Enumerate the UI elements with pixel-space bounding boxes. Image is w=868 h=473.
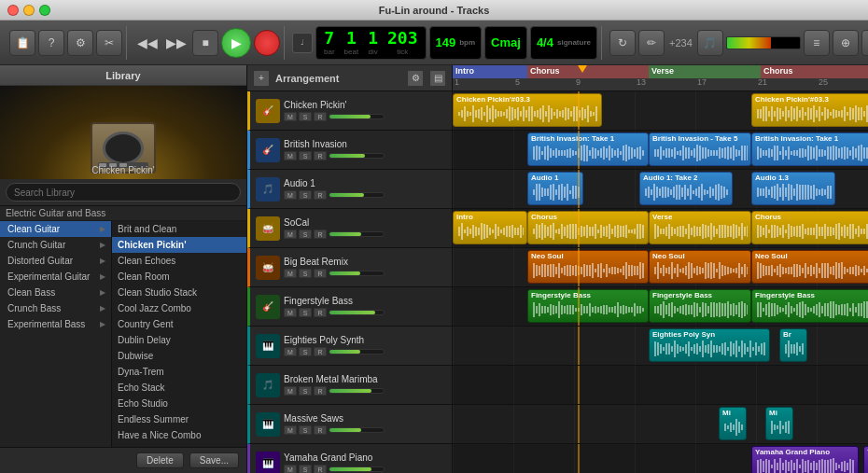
clip[interactable]: Chicken Pickin'#03.3 <box>453 93 602 127</box>
track-lane-track-7[interactable]: Eighties Poly SynBr <box>453 327 868 366</box>
category-item-experimental-bass[interactable]: Experimental Bass▶ <box>0 316 111 332</box>
view-button[interactable]: ≡ <box>804 30 830 56</box>
subcategory-item-dyna-trem[interactable]: Dyna-Trem <box>112 364 246 380</box>
subcategory-item-echo-studio[interactable]: Echo Studio <box>112 396 246 411</box>
track-row-track-1[interactable]: 🎸 Chicken Pickin' M S R <box>247 91 452 131</box>
subcategory-item-clean-room[interactable]: Clean Room <box>112 269 246 285</box>
subcategory-item-brit-and-clean[interactable]: Brit and Clean <box>112 221 246 237</box>
record-arm-button[interactable]: R <box>314 347 327 356</box>
minimize-button[interactable] <box>23 5 35 16</box>
track-fader[interactable] <box>329 310 385 315</box>
solo-button[interactable]: S <box>299 230 312 239</box>
track-row-track-8[interactable]: 🎵 Broken Metal Marimba M S R <box>247 366 452 405</box>
mute-button[interactable]: M <box>284 230 297 239</box>
new-project-button[interactable]: 📋 <box>9 30 35 56</box>
solo-button[interactable]: S <box>299 425 312 435</box>
clip[interactable]: Chorus <box>527 211 649 244</box>
solo-button[interactable]: S <box>299 151 312 160</box>
settings-button[interactable]: ⚙ <box>67 30 93 56</box>
arrangement-view-button[interactable]: ▤ <box>429 70 446 87</box>
track-fader[interactable] <box>329 427 385 433</box>
scissors-button[interactable]: ✂ <box>96 30 122 56</box>
rewind-button[interactable]: ◀◀ <box>134 35 161 50</box>
clip[interactable]: Audio 1 <box>527 172 583 205</box>
stop-button[interactable]: ■ <box>192 30 218 56</box>
clip[interactable]: Fingerstyle Bass <box>649 289 751 323</box>
delete-button[interactable]: Delete <box>136 452 184 468</box>
track-lane-track-4[interactable]: IntroChorusVerseChorusChorus <box>453 209 868 248</box>
tuner-button[interactable]: 🎵 <box>697 30 723 56</box>
clip[interactable]: Neo Soul <box>649 250 751 284</box>
maximize-button[interactable] <box>39 5 50 16</box>
play-button[interactable]: ▶ <box>221 28 251 58</box>
mute-button[interactable]: M <box>284 465 297 473</box>
track-fader[interactable] <box>329 153 385 159</box>
clip[interactable]: British Invasion: Take 1 <box>751 132 868 166</box>
category-item-clean-bass[interactable]: Clean Bass▶ <box>0 285 111 300</box>
save-button[interactable]: Save... <box>189 452 239 468</box>
track-lane-track-8[interactable] <box>453 366 868 405</box>
record-arm-button[interactable]: R <box>314 425 327 435</box>
add-track-button[interactable]: + <box>253 70 270 87</box>
record-button[interactable] <box>254 30 280 56</box>
clip[interactable]: Audio 1.3 <box>751 172 835 205</box>
track-lane-track-10[interactable]: Yamaha Grand PianoYama <box>453 444 868 473</box>
clip[interactable]: Mi <box>719 407 747 440</box>
record-arm-button[interactable]: R <box>314 308 327 317</box>
mute-button[interactable]: M <box>284 151 297 160</box>
subcategory-item-chicken-pickin[interactable]: Chicken Pickin' <box>112 237 246 253</box>
track-fader[interactable] <box>329 192 385 198</box>
clip[interactable]: Chorus <box>751 211 868 244</box>
track-lane-track-5[interactable]: Neo SoulNeo SoulNeo Soul <box>453 248 868 287</box>
window-controls[interactable] <box>7 5 50 16</box>
clip[interactable]: Neo Soul <box>751 250 868 284</box>
track-lane-track-6[interactable]: Fingerstyle BassFingerstyle BassFingerst… <box>453 287 868 327</box>
mute-button[interactable]: M <box>284 347 297 356</box>
mute-button[interactable]: M <box>284 386 297 396</box>
clip[interactable]: Intro <box>453 211 527 244</box>
category-item-distorted-guitar[interactable]: Distorted Guitar▶ <box>0 253 111 269</box>
more-button[interactable]: ⚙ <box>861 30 868 56</box>
zoom-button[interactable]: ⊕ <box>833 30 859 56</box>
category-item-crunch-bass[interactable]: Crunch Bass▶ <box>0 300 111 316</box>
record-arm-button[interactable]: R <box>314 190 327 200</box>
subcategory-item-country-gent[interactable]: Country Gent <box>112 316 246 332</box>
clip[interactable]: Chicken Pickin'#03.3 <box>751 93 868 127</box>
clip[interactable]: Fingerstyle Bass <box>751 289 868 323</box>
record-arm-button[interactable]: R <box>314 230 327 239</box>
mute-button[interactable]: M <box>284 269 297 278</box>
clip[interactable]: Br <box>779 328 807 362</box>
clip[interactable]: Mi <box>765 407 793 440</box>
category-item-crunch-guitar[interactable]: Crunch Guitar▶ <box>0 237 111 253</box>
solo-button[interactable]: S <box>299 465 312 473</box>
key-display[interactable]: Cmaj <box>484 26 527 60</box>
mute-button[interactable]: M <box>284 425 297 435</box>
track-fader[interactable] <box>329 388 385 394</box>
clip[interactable]: Yamaha Grand Piano <box>751 446 859 473</box>
track-fader[interactable] <box>329 114 385 119</box>
bpm-display[interactable]: 149 bpm <box>429 26 483 60</box>
subcategory-item-cool-jazz-combo[interactable]: Cool Jazz Combo <box>112 300 246 316</box>
sync-button[interactable]: ↻ <box>609 30 636 56</box>
solo-button[interactable]: S <box>299 269 312 278</box>
subcategory-item-dubwise[interactable]: Dubwise <box>112 348 246 364</box>
category-item-clean-guitar[interactable]: Clean Guitar▶ <box>0 221 111 237</box>
track-fader[interactable] <box>329 271 385 276</box>
track-row-track-9[interactable]: 🎹 Massive Saws M S R <box>247 405 452 444</box>
forward-button[interactable]: ▶▶ <box>163 35 189 50</box>
solo-button[interactable]: S <box>299 386 312 396</box>
track-fader[interactable] <box>329 349 385 355</box>
track-fader[interactable] <box>329 466 385 472</box>
record-arm-button[interactable]: R <box>314 269 327 278</box>
clip[interactable]: Fingerstyle Bass <box>527 289 649 323</box>
subcategory-item-endless-summer[interactable]: Endless Summer <box>112 411 246 427</box>
track-row-track-5[interactable]: 🥁 Big Beat Remix M S R <box>247 248 452 287</box>
track-lane-track-2[interactable]: British Invasion: Take 1British Invasion… <box>453 131 868 170</box>
time-sig-display[interactable]: 4/4 signature <box>530 26 597 60</box>
solo-button[interactable]: S <box>299 112 312 121</box>
subcategory-item-clean-studio-stack[interactable]: Clean Studio Stack <box>112 285 246 300</box>
record-arm-button[interactable]: R <box>314 386 327 396</box>
category-item-experimental-guitar[interactable]: Experimental Guitar▶ <box>0 269 111 285</box>
track-fader[interactable] <box>329 231 385 237</box>
mute-button[interactable]: M <box>284 308 297 317</box>
